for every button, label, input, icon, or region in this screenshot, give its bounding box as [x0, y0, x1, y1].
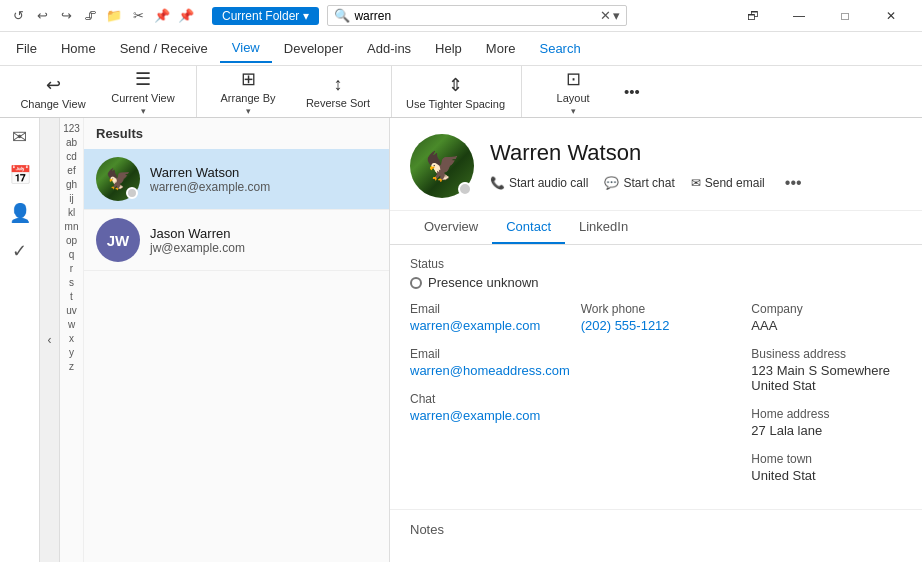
tighter-spacing-label: Use Tighter Spacing: [406, 98, 505, 110]
tighter-spacing-btn[interactable]: ⇕ Use Tighter Spacing: [398, 70, 513, 114]
cut-btn[interactable]: ✂: [128, 6, 148, 26]
menu-add-ins[interactable]: Add-ins: [355, 35, 423, 62]
alpha-r[interactable]: r: [70, 262, 73, 276]
send-email-btn[interactable]: ✉ Send email: [691, 176, 765, 190]
menu-search[interactable]: Search: [527, 35, 592, 62]
redo-btn[interactable]: ↪: [56, 6, 76, 26]
menu-more[interactable]: More: [474, 35, 528, 62]
reverse-sort-btn[interactable]: ↕ Reverse Sort: [293, 70, 383, 114]
alpha-t[interactable]: t: [70, 290, 73, 304]
arrange-chevron: ▾: [246, 106, 251, 116]
more-toolbar-icon: •••: [624, 83, 640, 100]
alpha-cd[interactable]: cd: [66, 150, 77, 164]
arrange-by-btn[interactable]: ⊞ Arrange By ▾: [203, 70, 293, 114]
contact-item-warren-watson[interactable]: Warren Watson warren@example.com: [84, 149, 389, 210]
more-actions-btn[interactable]: •••: [785, 174, 802, 192]
email1-field: Email warren@example.com: [410, 302, 561, 333]
tab-linkedin[interactable]: LinkedIn: [565, 211, 642, 244]
contact-name-large: Warren Watson: [490, 140, 902, 166]
contact-actions: 📞 Start audio call 💬 Start chat ✉ Send e…: [490, 174, 902, 192]
restore-window-btn[interactable]: 🗗: [730, 0, 776, 32]
status-section: Status Presence unknown: [410, 257, 902, 290]
details-grid: Email warren@example.com Email warren@ho…: [410, 302, 902, 497]
tab-overview[interactable]: Overview: [410, 211, 492, 244]
menu-send-receive[interactable]: Send / Receive: [108, 35, 220, 62]
change-view-label: Change View: [20, 98, 85, 110]
search-dropdown-icon[interactable]: ▾: [613, 8, 620, 23]
start-chat-btn[interactable]: 💬 Start chat: [604, 176, 674, 190]
chat-field: Chat warren@example.com: [410, 392, 561, 423]
search-clear-icon[interactable]: ✕: [600, 8, 611, 23]
warren-email: warren@example.com: [150, 180, 270, 194]
contact-item-jason-warren[interactable]: JW Jason Warren jw@example.com: [84, 210, 389, 271]
detail-panel: Warren Watson 📞 Start audio call 💬 Start…: [390, 118, 922, 562]
current-view-chevron: ▾: [141, 106, 146, 116]
search-bar[interactable]: 🔍 ✕ ▾: [327, 5, 627, 26]
chat-value[interactable]: warren@example.com: [410, 408, 561, 423]
business-addr-line3: United Stat: [751, 378, 815, 393]
results-panel: Results Warren Watson warren@example.com…: [84, 118, 390, 562]
pin2-btn[interactable]: 📌: [176, 6, 196, 26]
menu-file[interactable]: File: [4, 35, 49, 62]
folder-btn[interactable]: 📁: [104, 6, 124, 26]
left-icon-bar: ✉ 📅 👤 ✓: [0, 118, 40, 562]
title-bar-controls: ↺ ↩ ↪ 🖇 📁 ✂ 📌 📌 Current Folder ▾: [8, 6, 327, 26]
work-phone-field: Work phone (202) 555-1212: [581, 302, 732, 333]
maximize-window-btn[interactable]: □: [822, 0, 868, 32]
company-field: Company AAA: [751, 302, 902, 333]
contact-header: Warren Watson 📞 Start audio call 💬 Start…: [390, 118, 922, 211]
warren-name: Warren Watson: [150, 165, 270, 180]
alpha-op[interactable]: op: [66, 234, 77, 248]
alpha-ij[interactable]: ij: [69, 192, 73, 206]
refresh-btn[interactable]: ↺: [8, 6, 28, 26]
alpha-s[interactable]: s: [69, 276, 74, 290]
warren-contact-info: Warren Watson warren@example.com: [150, 165, 270, 194]
alpha-x[interactable]: x: [69, 332, 74, 346]
people-icon[interactable]: 👤: [9, 202, 31, 224]
current-folder-dropdown[interactable]: Current Folder ▾: [212, 7, 319, 25]
search-input[interactable]: [354, 9, 600, 23]
alpha-z[interactable]: z: [69, 360, 74, 374]
audio-call-btn[interactable]: 📞 Start audio call: [490, 176, 588, 190]
work-phone-value[interactable]: (202) 555-1212: [581, 318, 732, 333]
minimize-window-btn[interactable]: —: [776, 0, 822, 32]
change-view-btn[interactable]: ↩ Change View: [8, 70, 98, 114]
alpha-ab[interactable]: ab: [66, 136, 77, 150]
alpha-gh[interactable]: gh: [66, 178, 77, 192]
business-addr-label: Business address: [751, 347, 902, 361]
mail-icon[interactable]: ✉: [12, 126, 27, 148]
email1-value[interactable]: warren@example.com: [410, 318, 561, 333]
menu-view[interactable]: View: [220, 34, 272, 63]
close-window-btn[interactable]: ✕: [868, 0, 914, 32]
current-view-btn[interactable]: ☰ Current View ▾: [98, 70, 188, 114]
menu-help[interactable]: Help: [423, 35, 474, 62]
collapse-bar[interactable]: ‹: [40, 118, 60, 562]
alpha-mn[interactable]: mn: [65, 220, 79, 234]
sidebar: ‹ 123 ab cd ef gh ij kl mn op q r s t uv…: [40, 118, 390, 562]
menu-developer[interactable]: Developer: [272, 35, 355, 62]
layout-btn[interactable]: ⊡ Layout ▾: [528, 70, 618, 114]
presence-radio: [410, 277, 422, 289]
arrange-by-icon: ⊞: [241, 68, 256, 90]
alpha-123[interactable]: 123: [63, 122, 80, 136]
undo-btn[interactable]: ↩: [32, 6, 52, 26]
alpha-kl[interactable]: kl: [68, 206, 75, 220]
more-toolbar-btn[interactable]: •••: [618, 70, 646, 114]
tasks-icon[interactable]: ✓: [12, 240, 27, 262]
clip-btn[interactable]: 🖇: [80, 6, 100, 26]
email2-value[interactable]: warren@homeaddress.com: [410, 363, 561, 378]
calendar-icon[interactable]: 📅: [9, 164, 31, 186]
tab-contact[interactable]: Contact: [492, 211, 565, 244]
send-email-label: Send email: [705, 176, 765, 190]
alpha-uv[interactable]: uv: [66, 304, 77, 318]
email-icon: ✉: [691, 176, 701, 190]
alpha-w[interactable]: w: [68, 318, 75, 332]
alpha-ef[interactable]: ef: [67, 164, 75, 178]
jason-contact-info: Jason Warren jw@example.com: [150, 226, 245, 255]
alpha-y[interactable]: y: [69, 346, 74, 360]
menu-home[interactable]: Home: [49, 35, 108, 62]
business-addr-line1: 123 Main S: [751, 363, 817, 378]
email2-label: Email: [410, 347, 561, 361]
pin1-btn[interactable]: 📌: [152, 6, 172, 26]
alpha-q[interactable]: q: [69, 248, 75, 262]
